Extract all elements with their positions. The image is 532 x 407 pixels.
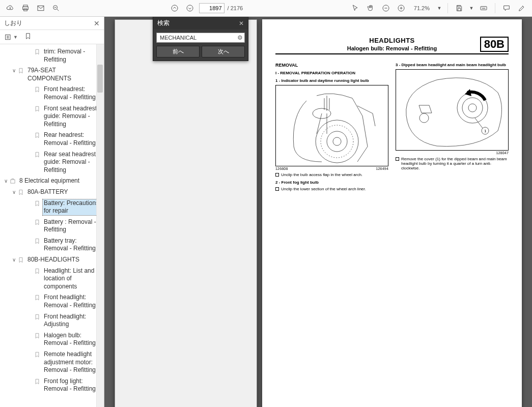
svg-point-5 (172, 5, 178, 11)
svg-rect-11 (481, 7, 487, 10)
bookmark-item[interactable]: Halogen bulb: Removal - Refitting (0, 330, 104, 349)
doc-note: Unclip the lower section of the wheel ar… (275, 187, 388, 191)
sidebar-close-icon[interactable]: ✕ (94, 19, 100, 27)
bookmark-item[interactable]: ∨80A-BATTERY (0, 187, 104, 198)
page-up-icon[interactable] (169, 2, 181, 14)
doc-heading: 2 - Front fog light bulb (275, 180, 388, 185)
comment-icon[interactable] (500, 2, 513, 14)
pdf-viewer[interactable]: 検索 ✕ ⚙ 前へ 次へ HEADLIGHTS Halogen bulb: Re… (104, 17, 532, 407)
search-settings-icon[interactable]: ⚙ (235, 34, 244, 41)
print-icon[interactable] (19, 2, 32, 14)
bookmark-item[interactable]: Rear headrest: Removal - Refitting (0, 130, 104, 149)
edit-icon[interactable] (516, 2, 528, 14)
search-close-icon[interactable]: ✕ (239, 20, 244, 27)
previous-page-edge (115, 19, 257, 407)
bookmark-item[interactable]: Battery tray: Removal - Refitting (0, 236, 104, 254)
bookmark-tree[interactable]: trim: Removal - Refitting ∨79A-SEAT COMP… (0, 44, 104, 407)
zoom-out-icon[interactable] (50, 2, 62, 14)
pointer-icon[interactable] (349, 2, 361, 14)
bookmark-item[interactable]: ∨80B-HEADLIGHTS (0, 254, 104, 266)
svg-point-20 (462, 98, 483, 118)
figure-caption: 128047 (396, 151, 509, 155)
email-icon[interactable] (35, 2, 47, 14)
doc-section-code: 80B (480, 37, 509, 52)
zoom-plus-icon[interactable] (395, 2, 407, 14)
svg-point-6 (187, 5, 193, 11)
svg-rect-3 (38, 6, 44, 10)
search-panel-title: 検索 (157, 19, 170, 27)
zoom-minus-icon[interactable] (380, 2, 392, 14)
keyboard-icon[interactable] (478, 2, 490, 14)
bookmark-item[interactable]: Headlight: List and location of componen… (0, 266, 104, 293)
figure-2: 1 (396, 69, 509, 151)
search-input[interactable] (157, 33, 235, 42)
zoom-dropdown-icon[interactable]: ▼ (436, 2, 442, 14)
doc-note: Unclip the bulb access flap in the wheel… (275, 172, 388, 177)
hand-icon[interactable] (365, 2, 377, 14)
svg-rect-10 (458, 9, 460, 11)
bookmark-item[interactable]: Front headlight: Removal - Refitting (0, 292, 104, 311)
svg-point-18 (321, 125, 353, 158)
search-prev-button[interactable]: 前へ (156, 46, 200, 57)
save-dropdown-icon[interactable]: ▼ (468, 2, 474, 14)
search-panel: 検索 ✕ ⚙ 前へ 次へ (153, 17, 248, 61)
bookmark-item[interactable]: Front headrest: Removal - Refitting (0, 84, 104, 103)
bookmark-item[interactable]: ∨8 Electrical equipment (0, 176, 104, 187)
figure-1 (275, 85, 388, 166)
doc-title: HEADLIGHTS (275, 37, 509, 44)
page-total-label: / 2176 (228, 5, 243, 11)
doc-heading: 3 - Dipped beam headlight and main beam … (396, 63, 509, 67)
svg-point-15 (327, 131, 347, 152)
top-toolbar: / 2176 71.2% ▼ ▼ (0, 0, 532, 17)
doc-heading: REMOVAL (275, 63, 388, 68)
bookmark-item-selected[interactable]: Battery: Precautions for repair (0, 198, 104, 217)
zoom-level-label[interactable]: 71.2% (410, 4, 433, 13)
svg-point-21 (468, 104, 477, 112)
bookmark-item[interactable]: Front fog light: Removal - Refitting (0, 376, 104, 395)
bookmark-item[interactable]: Remote headlight adjustment motor: Remov… (0, 349, 104, 376)
figure-caption: 126808126494 (275, 167, 388, 170)
svg-rect-9 (458, 6, 460, 7)
bookmarks-sidebar: しおり ✕ ▼ trim: Removal - Refitting ∨79A-S… (0, 17, 104, 407)
svg-point-23 (419, 113, 429, 123)
save-icon[interactable] (453, 2, 465, 14)
bookmark-item[interactable]: Front headlight: Adjusting (0, 311, 104, 330)
document-page: HEADLIGHTS Halogen bulb: Removal - Refit… (262, 19, 522, 407)
sidebar-title: しおり (4, 19, 22, 27)
svg-point-16 (333, 137, 341, 146)
bookmark-item[interactable]: trim: Removal - Refitting (0, 46, 104, 65)
svg-rect-13 (11, 180, 15, 183)
page-down-icon[interactable] (184, 2, 196, 14)
doc-note: Remove the cover (1) for the dipped beam… (396, 157, 509, 170)
page-number-input[interactable] (199, 3, 225, 13)
doc-heading: I - REMOVAL PREPARATION OPERATION (275, 71, 388, 75)
svg-text:1: 1 (484, 129, 487, 133)
doc-heading: 1 - Indicator bulb and daytime running l… (275, 78, 388, 83)
sidebar-options-icon[interactable]: ▼ (4, 33, 18, 41)
sidebar-bookmark-icon[interactable] (24, 32, 32, 42)
bookmark-item[interactable]: ∨79A-SEAT COMPONENTS (0, 65, 104, 84)
svg-rect-2 (24, 9, 27, 11)
sidebar-scrollbar[interactable] (96, 44, 104, 407)
cloud-download-icon[interactable] (4, 2, 16, 14)
svg-marker-22 (465, 89, 471, 96)
bookmark-item[interactable]: Front seat headrest guide: Removal - Ref… (0, 103, 104, 130)
doc-subtitle: Halogen bulb: Removal - Refitting (275, 45, 509, 51)
bookmark-item[interactable]: Rear seat headrest guide: Removal - Refi… (0, 149, 104, 176)
search-next-button[interactable]: 次へ (202, 46, 245, 57)
svg-point-14 (316, 120, 358, 163)
bookmark-item[interactable]: Battery : Removal - Refitting (0, 217, 104, 236)
